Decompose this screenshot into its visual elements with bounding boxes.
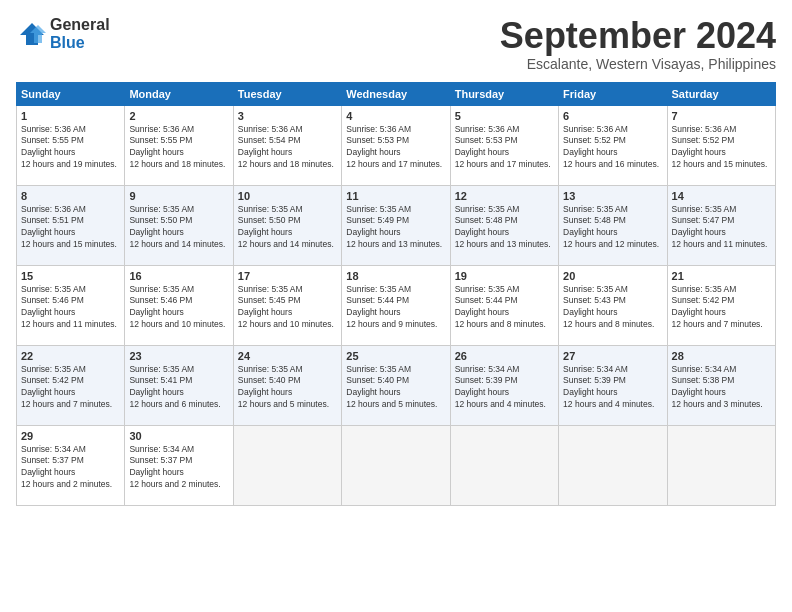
calendar-day-cell: 23Sunrise: 5:35 AMSunset: 5:41 PMDayligh… xyxy=(125,345,233,425)
calendar-day-cell: 27Sunrise: 5:34 AMSunset: 5:39 PMDayligh… xyxy=(559,345,667,425)
day-number: 29 xyxy=(21,430,120,442)
calendar-day-cell: 10Sunrise: 5:35 AMSunset: 5:50 PMDayligh… xyxy=(233,185,341,265)
calendar-week-row: 22Sunrise: 5:35 AMSunset: 5:42 PMDayligh… xyxy=(17,345,776,425)
calendar-day-cell xyxy=(233,425,341,505)
calendar-day-cell xyxy=(450,425,558,505)
day-number: 15 xyxy=(21,270,120,282)
calendar-day-cell xyxy=(559,425,667,505)
calendar-day-cell: 7Sunrise: 5:36 AMSunset: 5:52 PMDaylight… xyxy=(667,105,775,185)
day-number: 3 xyxy=(238,110,337,122)
day-info: Sunrise: 5:36 AMSunset: 5:52 PMDaylight … xyxy=(672,124,771,172)
day-number: 27 xyxy=(563,350,662,362)
calendar-day-cell: 2Sunrise: 5:36 AMSunset: 5:55 PMDaylight… xyxy=(125,105,233,185)
day-info: Sunrise: 5:36 AMSunset: 5:54 PMDaylight … xyxy=(238,124,337,172)
day-number: 14 xyxy=(672,190,771,202)
calendar-day-cell: 15Sunrise: 5:35 AMSunset: 5:46 PMDayligh… xyxy=(17,265,125,345)
day-number: 2 xyxy=(129,110,228,122)
day-info: Sunrise: 5:35 AMSunset: 5:41 PMDaylight … xyxy=(129,364,228,412)
day-number: 21 xyxy=(672,270,771,282)
calendar-day-cell: 30Sunrise: 5:34 AMSunset: 5:37 PMDayligh… xyxy=(125,425,233,505)
calendar-day-cell: 29Sunrise: 5:34 AMSunset: 5:37 PMDayligh… xyxy=(17,425,125,505)
day-info: Sunrise: 5:34 AMSunset: 5:37 PMDaylight … xyxy=(21,444,120,492)
calendar-day-cell: 22Sunrise: 5:35 AMSunset: 5:42 PMDayligh… xyxy=(17,345,125,425)
day-info: Sunrise: 5:34 AMSunset: 5:37 PMDaylight … xyxy=(129,444,228,492)
day-number: 20 xyxy=(563,270,662,282)
calendar-header-sunday: Sunday xyxy=(17,82,125,105)
day-number: 25 xyxy=(346,350,445,362)
calendar-day-cell: 12Sunrise: 5:35 AMSunset: 5:48 PMDayligh… xyxy=(450,185,558,265)
day-info: Sunrise: 5:35 AMSunset: 5:42 PMDaylight … xyxy=(672,284,771,332)
calendar-day-cell: 17Sunrise: 5:35 AMSunset: 5:45 PMDayligh… xyxy=(233,265,341,345)
calendar-header-monday: Monday xyxy=(125,82,233,105)
calendar-day-cell: 1Sunrise: 5:36 AMSunset: 5:55 PMDaylight… xyxy=(17,105,125,185)
day-info: Sunrise: 5:34 AMSunset: 5:39 PMDaylight … xyxy=(455,364,554,412)
day-info: Sunrise: 5:36 AMSunset: 5:51 PMDaylight … xyxy=(21,204,120,252)
calendar-day-cell xyxy=(667,425,775,505)
calendar-header-row: SundayMondayTuesdayWednesdayThursdayFrid… xyxy=(17,82,776,105)
day-number: 18 xyxy=(346,270,445,282)
day-info: Sunrise: 5:34 AMSunset: 5:39 PMDaylight … xyxy=(563,364,662,412)
calendar-table: SundayMondayTuesdayWednesdayThursdayFrid… xyxy=(16,82,776,506)
calendar-day-cell: 19Sunrise: 5:35 AMSunset: 5:44 PMDayligh… xyxy=(450,265,558,345)
calendar-header-friday: Friday xyxy=(559,82,667,105)
day-number: 23 xyxy=(129,350,228,362)
day-info: Sunrise: 5:35 AMSunset: 5:46 PMDaylight … xyxy=(129,284,228,332)
calendar-day-cell: 20Sunrise: 5:35 AMSunset: 5:43 PMDayligh… xyxy=(559,265,667,345)
day-number: 8 xyxy=(21,190,120,202)
day-number: 24 xyxy=(238,350,337,362)
calendar-header-tuesday: Tuesday xyxy=(233,82,341,105)
day-number: 4 xyxy=(346,110,445,122)
calendar-day-cell: 14Sunrise: 5:35 AMSunset: 5:47 PMDayligh… xyxy=(667,185,775,265)
logo-icon xyxy=(16,21,48,47)
day-number: 30 xyxy=(129,430,228,442)
day-info: Sunrise: 5:35 AMSunset: 5:46 PMDaylight … xyxy=(21,284,120,332)
day-info: Sunrise: 5:36 AMSunset: 5:52 PMDaylight … xyxy=(563,124,662,172)
day-number: 9 xyxy=(129,190,228,202)
calendar-day-cell: 25Sunrise: 5:35 AMSunset: 5:40 PMDayligh… xyxy=(342,345,450,425)
calendar-day-cell: 11Sunrise: 5:35 AMSunset: 5:49 PMDayligh… xyxy=(342,185,450,265)
logo-blue: Blue xyxy=(50,34,110,52)
day-number: 6 xyxy=(563,110,662,122)
calendar-header-saturday: Saturday xyxy=(667,82,775,105)
day-info: Sunrise: 5:35 AMSunset: 5:50 PMDaylight … xyxy=(129,204,228,252)
calendar-day-cell: 6Sunrise: 5:36 AMSunset: 5:52 PMDaylight… xyxy=(559,105,667,185)
logo: General Blue xyxy=(16,16,110,52)
day-info: Sunrise: 5:36 AMSunset: 5:55 PMDaylight … xyxy=(21,124,120,172)
day-info: Sunrise: 5:35 AMSunset: 5:45 PMDaylight … xyxy=(238,284,337,332)
day-info: Sunrise: 5:35 AMSunset: 5:42 PMDaylight … xyxy=(21,364,120,412)
calendar-day-cell: 21Sunrise: 5:35 AMSunset: 5:42 PMDayligh… xyxy=(667,265,775,345)
location-title: Escalante, Western Visayas, Philippines xyxy=(500,56,776,72)
day-number: 22 xyxy=(21,350,120,362)
calendar-day-cell: 16Sunrise: 5:35 AMSunset: 5:46 PMDayligh… xyxy=(125,265,233,345)
day-number: 28 xyxy=(672,350,771,362)
day-info: Sunrise: 5:35 AMSunset: 5:40 PMDaylight … xyxy=(346,364,445,412)
day-number: 19 xyxy=(455,270,554,282)
calendar-header-wednesday: Wednesday xyxy=(342,82,450,105)
day-info: Sunrise: 5:36 AMSunset: 5:55 PMDaylight … xyxy=(129,124,228,172)
calendar-day-cell: 4Sunrise: 5:36 AMSunset: 5:53 PMDaylight… xyxy=(342,105,450,185)
day-number: 10 xyxy=(238,190,337,202)
day-number: 12 xyxy=(455,190,554,202)
calendar-day-cell: 24Sunrise: 5:35 AMSunset: 5:40 PMDayligh… xyxy=(233,345,341,425)
calendar-day-cell: 5Sunrise: 5:36 AMSunset: 5:53 PMDaylight… xyxy=(450,105,558,185)
day-info: Sunrise: 5:35 AMSunset: 5:50 PMDaylight … xyxy=(238,204,337,252)
day-number: 5 xyxy=(455,110,554,122)
logo-general: General xyxy=(50,16,110,34)
calendar-week-row: 29Sunrise: 5:34 AMSunset: 5:37 PMDayligh… xyxy=(17,425,776,505)
month-title: September 2024 xyxy=(500,16,776,56)
day-number: 7 xyxy=(672,110,771,122)
calendar-week-row: 8Sunrise: 5:36 AMSunset: 5:51 PMDaylight… xyxy=(17,185,776,265)
day-info: Sunrise: 5:35 AMSunset: 5:48 PMDaylight … xyxy=(563,204,662,252)
calendar-day-cell: 26Sunrise: 5:34 AMSunset: 5:39 PMDayligh… xyxy=(450,345,558,425)
calendar-day-cell: 18Sunrise: 5:35 AMSunset: 5:44 PMDayligh… xyxy=(342,265,450,345)
calendar-day-cell: 13Sunrise: 5:35 AMSunset: 5:48 PMDayligh… xyxy=(559,185,667,265)
day-number: 1 xyxy=(21,110,120,122)
day-info: Sunrise: 5:35 AMSunset: 5:48 PMDaylight … xyxy=(455,204,554,252)
day-info: Sunrise: 5:35 AMSunset: 5:49 PMDaylight … xyxy=(346,204,445,252)
day-number: 13 xyxy=(563,190,662,202)
day-info: Sunrise: 5:35 AMSunset: 5:47 PMDaylight … xyxy=(672,204,771,252)
day-info: Sunrise: 5:36 AMSunset: 5:53 PMDaylight … xyxy=(346,124,445,172)
calendar-day-cell: 8Sunrise: 5:36 AMSunset: 5:51 PMDaylight… xyxy=(17,185,125,265)
calendar-day-cell: 3Sunrise: 5:36 AMSunset: 5:54 PMDaylight… xyxy=(233,105,341,185)
day-info: Sunrise: 5:36 AMSunset: 5:53 PMDaylight … xyxy=(455,124,554,172)
